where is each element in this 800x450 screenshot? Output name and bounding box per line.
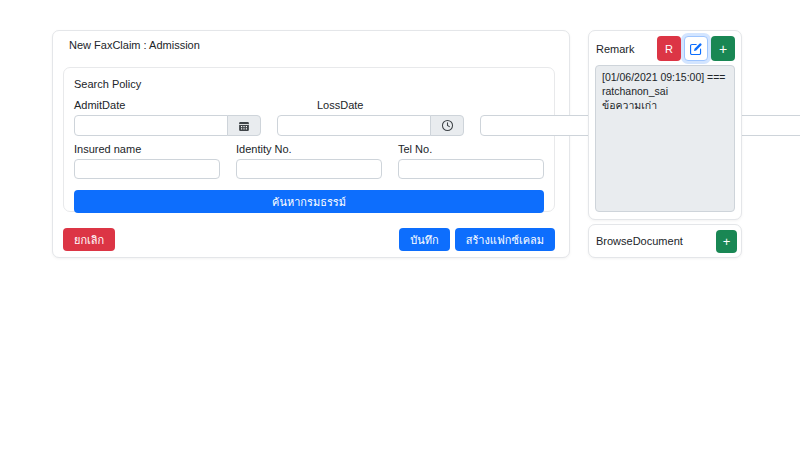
save-button[interactable]: บันทึก <box>399 228 449 251</box>
admit-time-input[interactable] <box>277 115 431 136</box>
loss-date-label: LossDate <box>317 99 423 111</box>
admit-time-group <box>277 115 464 136</box>
search-policy-fieldset: Search Policy AdmitDate LossDate <box>63 67 555 212</box>
remark-edit-button[interactable] <box>684 36 708 61</box>
insured-name-input[interactable] <box>74 159 220 179</box>
right-actions: บันทึก สร้างแฟกซ์เคลม <box>399 228 555 251</box>
remark-textarea[interactable]: [01/06/2021 09:15:00] === ratchanon_sai … <box>595 65 735 212</box>
identity-no-input[interactable] <box>236 159 382 179</box>
search-policy-button[interactable]: ค้นหากรมธรรม์ <box>74 190 544 213</box>
create-faxclaim-button[interactable]: สร้างแฟกซ์เคลม <box>455 228 555 251</box>
remark-title: Remark <box>595 43 635 55</box>
remark-header: Remark R + <box>595 36 735 61</box>
tel-no-label: Tel No. <box>398 143 544 155</box>
spacer <box>196 99 302 111</box>
admit-date-calendar-button[interactable] <box>227 115 261 136</box>
browse-document-title: BrowseDocument <box>596 235 683 247</box>
admit-date-input[interactable] <box>74 115 228 136</box>
remark-buttons: R + <box>657 36 735 61</box>
search-policy-legend: Search Policy <box>74 78 544 90</box>
clock-icon <box>441 119 454 132</box>
new-faxclaim-card: New FaxClaim : Admission Search Policy A… <box>52 30 570 258</box>
tel-no-input[interactable] <box>398 159 544 179</box>
cancel-button[interactable]: ยกเลิก <box>63 228 115 251</box>
insured-name-label: Insured name <box>74 143 220 155</box>
page-title: New FaxClaim : Admission <box>53 31 569 51</box>
admit-date-label: AdmitDate <box>74 99 180 111</box>
browse-document-card: BrowseDocument + <box>588 224 742 258</box>
form-actions: ยกเลิก บันทึก สร้างแฟกซ์เคลม <box>63 228 555 251</box>
spacer <box>439 99 545 111</box>
admit-time-clock-button[interactable] <box>430 115 464 136</box>
browse-document-add-button[interactable]: + <box>716 230 737 253</box>
remark-add-button[interactable]: + <box>711 36 735 61</box>
pencil-square-icon <box>689 42 703 56</box>
remark-card: Remark R + [01/06/2021 09:15:00] === rat… <box>588 30 742 220</box>
calendar-icon <box>238 120 250 132</box>
identity-no-label: Identity No. <box>236 143 382 155</box>
remark-r-button[interactable]: R <box>657 36 681 61</box>
admit-date-group <box>74 115 261 136</box>
